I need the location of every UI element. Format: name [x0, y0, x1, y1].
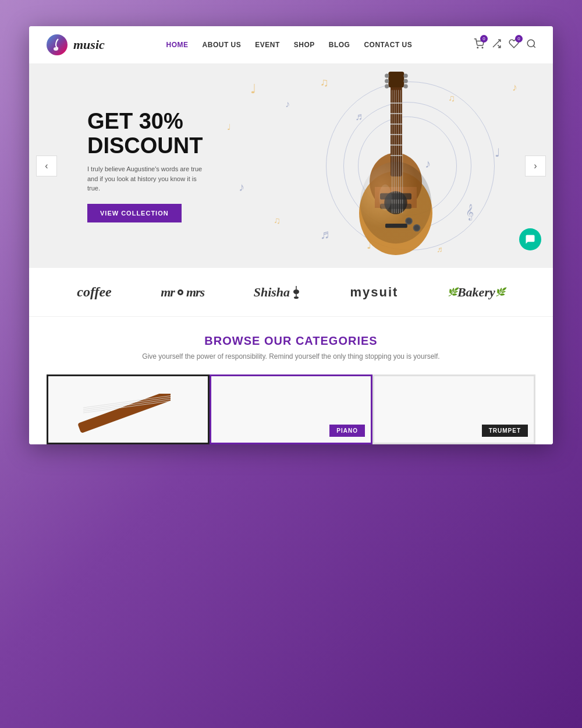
svg-point-2 — [477, 47, 478, 48]
category-piano[interactable]: PIANO — [210, 374, 372, 444]
compare-icon[interactable] — [491, 38, 502, 51]
browser-window: music HOME ABOUT US EVENT SHOP BLOG CONT… — [29, 26, 553, 444]
logo-icon — [45, 33, 69, 56]
hero-title-line2: DISCOUNT — [87, 133, 203, 158]
categories-section: BROWSE OUR CATEGORIES Give yourself the … — [29, 317, 553, 444]
hero-title-line1: GET 30% — [87, 109, 183, 133]
categories-heading: BROWSE OUR CATEGORIES — [47, 334, 535, 348]
main-nav: HOME ABOUT US EVENT SHOP BLOG CONTACT US — [166, 41, 413, 49]
nav-shop[interactable]: SHOP — [294, 41, 315, 49]
category-trumpet[interactable]: TRUMPET — [372, 374, 535, 444]
header: music HOME ABOUT US EVENT SHOP BLOG CONT… — [29, 26, 553, 64]
brand-mrmrs: mr mrs — [161, 285, 204, 300]
svg-point-45 — [293, 289, 299, 294]
deco-note-1: ♩ — [250, 82, 256, 97]
svg-rect-20 — [388, 72, 404, 87]
svg-point-41 — [414, 225, 420, 231]
logo-text: music — [73, 37, 105, 52]
svg-point-23 — [385, 84, 389, 89]
guitar-svg — [314, 64, 477, 268]
svg-point-21 — [385, 74, 389, 78]
chat-button[interactable] — [519, 228, 541, 250]
svg-line-7 — [533, 45, 535, 47]
hero-subtitle: I truly believe Augustine's words are tr… — [87, 164, 204, 193]
prev-slide-button[interactable]: ‹ — [36, 156, 57, 176]
brand-mysuit: mysuit — [350, 285, 399, 300]
next-arrow-icon: › — [534, 161, 537, 171]
svg-point-3 — [482, 47, 483, 48]
trumpet-label: TRUMPET — [482, 425, 528, 437]
prev-arrow-icon: ‹ — [45, 161, 48, 171]
svg-point-1 — [54, 47, 58, 51]
wishlist-badge: 0 — [515, 35, 523, 43]
view-collection-button[interactable]: VIEW COLLECTION — [87, 204, 182, 222]
guitar-illustration — [274, 70, 518, 262]
shisha-icon — [292, 286, 301, 299]
svg-point-26 — [404, 84, 408, 89]
search-icon[interactable] — [526, 38, 537, 51]
categories-subheading: Give yourself the power of responsibilit… — [47, 352, 535, 361]
piano-label: PIANO — [329, 425, 365, 437]
svg-point-43 — [179, 291, 182, 294]
brands-bar: coffee mr mrs Shisha — [29, 268, 553, 317]
deco-note-6: ♩ — [227, 122, 231, 132]
svg-point-25 — [404, 79, 408, 83]
brand-bakery: 🌿 Bakery 🌿 — [448, 285, 505, 300]
svg-point-6 — [527, 40, 534, 47]
hero-content: GET 30% DISCOUNT I truly believe Augusti… — [87, 109, 204, 222]
svg-point-22 — [385, 79, 389, 83]
logo-area: music — [45, 33, 105, 56]
hero-section: ♩ ♪ ♫ ♬ 𝄞 ♩ ♪ ♫ ♬ ♩ ♪ ♫ 𝄞 ♬ ♩ ♪ GET 30% … — [29, 64, 553, 268]
wishlist-icon[interactable]: 0 — [509, 38, 519, 51]
deco-note-7: ♪ — [239, 181, 244, 194]
svg-point-24 — [404, 74, 408, 78]
guitar-neck-deco — [54, 394, 171, 443]
nav-home[interactable]: HOME — [166, 41, 189, 49]
svg-point-47 — [294, 296, 299, 299]
cart-icon[interactable]: 0 — [474, 38, 484, 51]
svg-point-37 — [360, 162, 431, 243]
next-slide-button[interactable]: › — [525, 156, 546, 176]
brand-coffee: coffee — [77, 284, 112, 300]
cart-badge: 0 — [480, 35, 488, 43]
nav-contact[interactable]: CONTACT US — [364, 41, 412, 49]
category-grid: PIANO TRUMPET — [47, 374, 535, 444]
category-guitar[interactable] — [47, 374, 210, 444]
svg-point-39 — [406, 218, 411, 224]
nav-about[interactable]: ABOUT US — [203, 41, 242, 49]
mrmrs-dot-icon — [177, 289, 184, 296]
hero-title: GET 30% DISCOUNT — [87, 109, 204, 158]
nav-blog[interactable]: BLOG — [329, 41, 350, 49]
brand-shisha: Shisha — [254, 285, 301, 300]
svg-point-0 — [47, 34, 68, 55]
nav-event[interactable]: EVENT — [255, 41, 280, 49]
header-icons: 0 0 — [474, 38, 537, 51]
